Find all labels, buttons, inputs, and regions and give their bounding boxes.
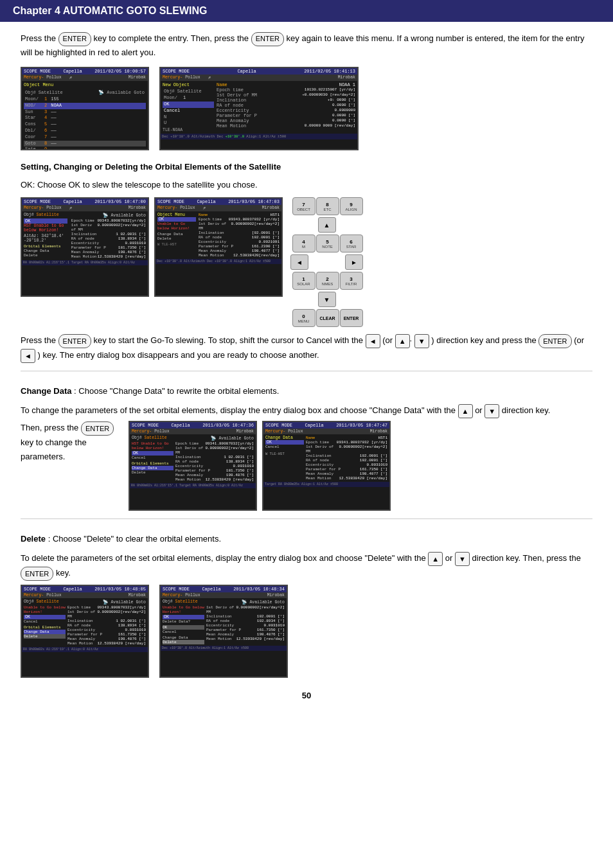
change-data-label: Change Data: [21, 386, 71, 396]
delete-para: To delete the parameters of the set orbi…: [21, 551, 592, 581]
back-key-2: ◄: [21, 349, 35, 364]
scope-screen-3: SCOPE MODECapella2011/03/05 10:47:00 Mer…: [21, 197, 149, 297]
screenshot-row-1: SCOPE MODECapella2011/02/05 10:00:57 Mer…: [21, 67, 592, 150]
change-data-heading-line: Change Data : Choose "Change Data" to re…: [21, 384, 592, 398]
scope-screen-4: SCOPE MODECapella2011/03/05 10:47:03 Mer…: [154, 197, 283, 297]
delete-heading-line: Delete : Choose "Delete" to clear the or…: [21, 532, 592, 546]
key-1[interactable]: 1SOLAR: [292, 272, 315, 290]
back-key-1: ◄: [366, 334, 380, 349]
key-9[interactable]: 9ALIGN: [340, 197, 363, 215]
section1-heading: Setting, Changing or Deleting the Orbita…: [21, 162, 592, 172]
page: Chapter 4 AUTOMATIC GOTO SLEWING Press t…: [0, 0, 613, 868]
arrow-up-del: ▲: [428, 552, 443, 567]
scope-screen-1: SCOPE MODECapella2011/02/05 10:00:57 Mer…: [21, 67, 149, 150]
key-0[interactable]: 0MENU: [292, 309, 315, 327]
params-text: parameters.: [21, 452, 65, 461]
chapter-header: Chapter 4 AUTOMATIC GOTO SLEWING: [0, 0, 613, 22]
scope-screen-cd-left: SCOPE MODECapella2011/03/05 10:47:36 Mer…: [129, 421, 257, 511]
scope-screen-2: SCOPE MODECapella2011/02/05 10:41:13 Mer…: [159, 67, 359, 150]
arrow-up-cd: ▲: [458, 404, 473, 419]
delete-section: Delete : Choose "Delete" to clear the or…: [21, 532, 592, 678]
page-number-text: 50: [302, 691, 311, 700]
section1-heading-text: Setting, Changing or Deleting the Orbita…: [21, 162, 281, 172]
intro-text1: Press the: [21, 33, 56, 43]
arrow-down[interactable]: ▼: [318, 292, 336, 307]
key-7[interactable]: 7OBECT: [292, 197, 315, 215]
scope-content-2: New Object Obj# Satellite Moon/1 OK Canc…: [161, 81, 357, 134]
chapter-title: Chapter 4 AUTOMATIC GOTO SLEWING: [13, 5, 208, 16]
intro-text2: key to complete the entry. Then, press t…: [93, 33, 249, 43]
change-data-section: Change Data : Choose "Change Data" to re…: [21, 384, 592, 511]
divider-1: [21, 371, 592, 371]
scope-screen-del-right: SCOPE MODECapella2011/03/05 10:48:34 Mer…: [159, 585, 288, 678]
scope-screen-del-left: SCOPE MODECapella2011/03/05 10:48:05 Mer…: [21, 585, 149, 678]
delete-text: : Choose "Delete" to clear the orbital e…: [48, 534, 221, 544]
key-2[interactable]: 2NMES: [316, 272, 339, 290]
scope-header-row-2: Mercury-Pollux♐Mirobak: [161, 75, 357, 81]
goto-text3: (or: [382, 335, 393, 345]
enter-key-1: ENTER: [58, 32, 91, 46]
scope-content-1: Object Menu Obj# Satellite 📡 Available G…: [22, 81, 148, 150]
arrow-down-del: ▼: [455, 552, 470, 567]
enter-key-2: ENTER: [251, 32, 284, 46]
change-data-text: : Choose "Change Data" to rewrite the or…: [74, 386, 279, 396]
then-text: Then, press the: [21, 423, 78, 432]
key-3[interactable]: 3FILT/R: [340, 272, 363, 290]
arrow-down-key: ▼: [414, 334, 429, 349]
arrow-up-key: ▲: [395, 334, 410, 349]
content-area: Press the ENTER key to complete the entr…: [0, 32, 613, 727]
change-data-para: To change the parameters of the set orbi…: [21, 403, 592, 418]
key-8[interactable]: 8ETC: [316, 197, 339, 215]
key-6[interactable]: 6STAR: [340, 235, 363, 252]
key-enter[interactable]: ENTER: [340, 309, 363, 327]
goto-paragraph: Press the ENTER key to start the Go-To s…: [21, 333, 592, 363]
enter-key-cd: ENTER: [81, 421, 114, 436]
divider-2: [21, 518, 592, 519]
arrow-up[interactable]: ▲: [318, 217, 336, 233]
key-label-cd: key to change the: [21, 438, 87, 447]
key-4[interactable]: 4M: [292, 235, 315, 252]
arrow-right[interactable]: ►: [345, 254, 363, 270]
arrow-down-cd: ▼: [484, 404, 499, 419]
scope-top-bar-1: SCOPE MODECapella2011/02/05 10:00:57: [22, 68, 148, 75]
intro-paragraph: Press the ENTER key to complete the entr…: [21, 32, 592, 59]
page-number: 50: [21, 691, 592, 707]
delete-label: Delete: [21, 534, 46, 544]
scope-top-bar-2: SCOPE MODECapella2011/02/05 10:41:13: [161, 68, 357, 75]
key-5[interactable]: 5NOTE: [316, 235, 339, 252]
ok-text: OK: Choose OK to slew the telescope to t…: [21, 178, 592, 192]
enter-key-goto2: ENTER: [538, 334, 571, 349]
scope-screen-cd-right: SCOPE MODECapella2011/03/05 10:47:47 Mer…: [262, 421, 391, 511]
enter-key-del: ENTER: [21, 567, 53, 581]
key-clear[interactable]: CLEAR: [316, 309, 339, 327]
goto-text2: key to start the Go-To slewing. To stop,…: [93, 335, 363, 345]
enter-key-goto: ENTER: [58, 334, 91, 349]
arrow-left[interactable]: ◄: [290, 254, 308, 270]
keypad-section: 7OBECT 8ETC 9ALIGN ▲ 4M 5NOTE 6STAR ◄: [290, 197, 363, 327]
scope-header-row-1: Mercury-Pollux♐Mirobak: [22, 75, 148, 81]
goto-text1: Press the: [21, 335, 56, 345]
